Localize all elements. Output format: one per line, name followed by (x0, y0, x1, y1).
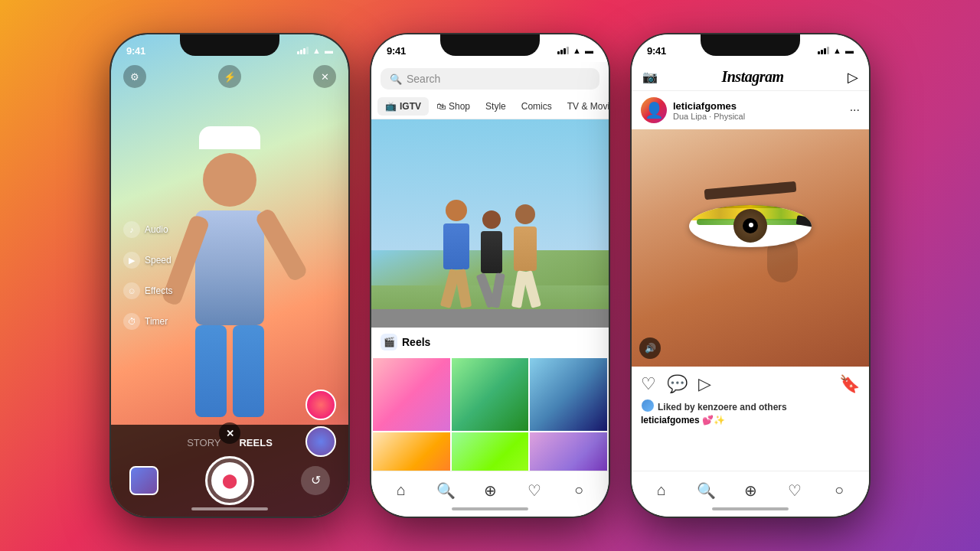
eye-highlight (749, 223, 753, 227)
phone-2: 9:41 ▲ ▬ 🔍 Search 📺 (371, 34, 609, 517)
header-icons: ▷ (848, 69, 858, 86)
capture-row: ⬤ ↺ (111, 456, 348, 505)
audio-label: Audio (145, 224, 168, 235)
nav-profile-3[interactable]: ○ (828, 480, 850, 501)
capture-button[interactable]: ⬤ (205, 456, 254, 505)
flip-camera-button[interactable]: ↺ (301, 466, 330, 495)
post-caption: leticiafgomes 💕✨ (632, 412, 869, 428)
timer-label: Timer (145, 316, 168, 327)
reels-text: Reels (402, 336, 430, 348)
audio-control[interactable]: ♪ Audio (123, 221, 172, 238)
search-bar[interactable]: 🔍 Search (381, 68, 599, 90)
battery-icon-2: ▬ (585, 46, 593, 55)
save-button[interactable]: 🔖 (839, 374, 860, 394)
dancer-2-head (482, 210, 501, 229)
dancer-1 (443, 200, 469, 308)
dancer-2 (481, 210, 502, 308)
username[interactable]: leticiafgomes (673, 100, 745, 112)
home-bar-1 (191, 507, 268, 510)
eye-area (674, 185, 827, 254)
timer-icon: ⏱ (123, 313, 140, 330)
phone-3: 9:41 ▲ ▬ 📷 Instagram ▷ (632, 34, 869, 517)
liked-avatar-1 (641, 399, 655, 412)
close-button[interactable]: ✕ (313, 65, 336, 88)
effects-control[interactable]: ☺ Effects (123, 282, 172, 299)
thumb-flowers[interactable] (373, 358, 450, 431)
likes-text: Liked by kenzoere and others (658, 402, 787, 412)
status-bar-1: 9:41 ▲ ▬ (111, 34, 348, 62)
dancers-group (443, 200, 537, 308)
camera-top-controls: ⚙ ⚡ ✕ (111, 65, 348, 88)
filter-bubble-3[interactable] (305, 426, 336, 457)
dancer-3-legs (514, 271, 537, 308)
post-audio-badge[interactable]: 🔊 (639, 337, 661, 359)
eye-iris (733, 209, 767, 243)
tab-style[interactable]: Style (478, 97, 514, 116)
nav-add-2[interactable]: ⊕ (479, 480, 501, 501)
eye-shape (689, 205, 812, 247)
status-bar-3: 9:41 ▲ ▬ (632, 34, 869, 62)
effects-label: Effects (145, 285, 172, 296)
battery-icon: ▬ (325, 46, 333, 55)
caption-username[interactable]: leticiafgomes (641, 415, 700, 425)
nav-search-2[interactable]: 🔍 (435, 480, 456, 501)
status-icons-3: ▲ ▬ (818, 46, 854, 55)
cancel-circle[interactable]: ✕ (219, 422, 240, 444)
filter-bubble-2[interactable] (305, 390, 336, 420)
leg-left (195, 325, 227, 417)
speed-control[interactable]: ▶ Speed (123, 252, 172, 269)
nav-search-3[interactable]: 🔍 (695, 480, 717, 501)
like-button[interactable]: ♡ (641, 374, 656, 394)
reels-mode[interactable]: REELS (239, 437, 272, 448)
nav-heart-3[interactable]: ♡ (784, 480, 805, 501)
avatar-image: 👤 (645, 101, 664, 119)
status-icons-2: ▲ ▬ (557, 46, 593, 55)
wifi-icon-2: ▲ (573, 46, 581, 55)
share-button[interactable]: ▷ (698, 374, 711, 394)
status-time-2: 9:41 (387, 45, 406, 57)
camera-header-icon[interactable]: 📷 (642, 70, 658, 84)
nav-home-2[interactable]: ⌂ (390, 480, 412, 501)
nav-profile-2[interactable]: ○ (568, 480, 590, 501)
mascara-brush (796, 215, 812, 235)
dancer-3-body (514, 227, 537, 271)
gallery-thumbnail[interactable] (129, 466, 158, 495)
instagram-header: 📷 Instagram ▷ (632, 62, 869, 91)
comment-button[interactable]: 💬 (667, 374, 688, 394)
nav-home-3[interactable]: ⌂ (651, 480, 672, 501)
story-mode[interactable]: STORY (187, 437, 220, 448)
post-menu-button[interactable]: ··· (850, 103, 860, 117)
settings-button[interactable]: ⚙ (123, 65, 146, 88)
eye-pupil (743, 218, 758, 233)
tab-comics[interactable]: Comics (514, 97, 560, 116)
shop-label: Shop (449, 101, 470, 112)
wifi-icon-3: ▲ (833, 46, 841, 55)
user-subtitle: Dua Lipa · Physical (673, 112, 745, 121)
person-silhouette (161, 122, 299, 413)
flash-button[interactable]: ⚡ (218, 65, 241, 88)
nav-heart-2[interactable]: ♡ (524, 480, 545, 501)
send-icon[interactable]: ▷ (848, 69, 858, 86)
igtv-icon: 📺 (385, 101, 397, 112)
person-hat (199, 126, 260, 149)
shop-icon: 🛍 (436, 101, 446, 112)
signal-icon (297, 47, 309, 54)
person-head (203, 153, 256, 207)
search-placeholder: Search (407, 73, 440, 85)
tab-tv[interactable]: TV & Movie (560, 97, 609, 116)
tab-igtv[interactable]: 📺 IGTV (377, 97, 429, 116)
post-actions: ♡ 💬 ▷ 🔖 (632, 367, 869, 399)
dancer-2-legs (482, 273, 502, 308)
capture-button-inner: ⬤ (211, 462, 248, 499)
user-avatar[interactable]: 👤 (641, 97, 667, 123)
signal-icon-2 (557, 47, 569, 54)
timer-control[interactable]: ⏱ Timer (123, 313, 172, 330)
video-content (371, 119, 609, 357)
thumb-friends[interactable] (452, 358, 529, 431)
tab-shop[interactable]: 🛍 Shop (429, 97, 478, 116)
home-bar-2 (452, 507, 528, 510)
dancer-2-body (481, 231, 502, 273)
thumb-skate[interactable] (530, 358, 607, 431)
nav-add-3[interactable]: ⊕ (740, 480, 761, 501)
likes-text-main: Liked by kenzoere and others (658, 402, 787, 412)
